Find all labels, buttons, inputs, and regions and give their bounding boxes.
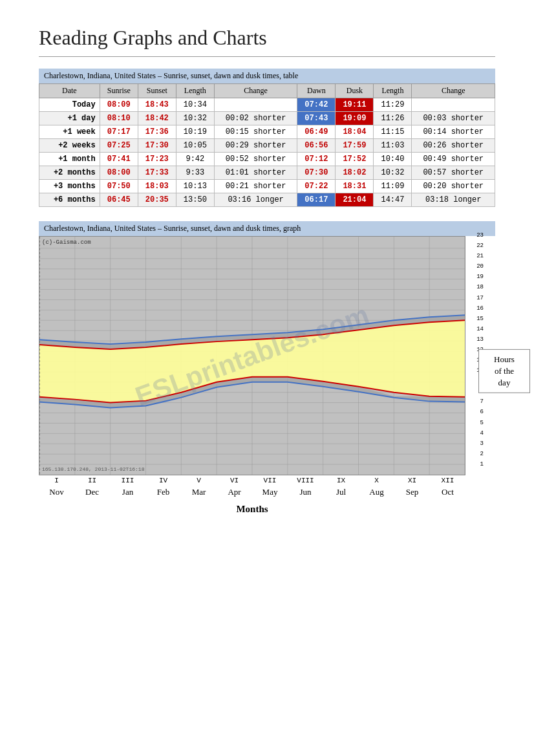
cell-length1: 10:32	[176, 112, 214, 125]
y-label: 7	[480, 398, 484, 405]
table-row: +2 weeks07:2517:3010:0500:29 shorter06:5…	[39, 139, 495, 153]
y-label: 20	[476, 263, 484, 270]
cell-sunrise: 07:41	[100, 153, 138, 166]
y-label: 16	[476, 305, 484, 312]
y-label: 17	[476, 295, 484, 301]
cell-length2: 11:03	[374, 139, 412, 153]
col-date: Date	[39, 84, 100, 98]
cell-change2: 00:20 shorter	[412, 180, 495, 193]
cell-dawn: 07:43	[297, 112, 336, 125]
x-roman-label: VIII	[288, 477, 323, 484]
graph-ip: 165.138.170.248, 2013-11-02T16:18	[42, 466, 144, 472]
cell-length1: 9:42	[176, 153, 214, 166]
cell-dawn: 06:49	[297, 125, 336, 139]
cell-sunrise: 08:00	[100, 166, 138, 180]
row-label: +2 months	[39, 166, 100, 180]
col-dusk: Dusk	[336, 84, 374, 98]
x-roman-label: VI	[217, 477, 252, 484]
cell-dusk: 17:59	[336, 139, 374, 153]
table-row: +1 month07:4117:239:4200:52 shorter07:12…	[39, 153, 495, 166]
col-change1: Change	[214, 84, 297, 98]
cell-change2: 00:14 shorter	[412, 125, 495, 139]
table-row: +2 months08:0017:339:3301:01 shorter07:3…	[39, 166, 495, 180]
row-label: +1 month	[39, 153, 100, 166]
title-divider	[39, 56, 495, 57]
x-axis-roman: IIIIIIIVVVIVIIVIIIIXXXIXII	[39, 475, 465, 484]
x-month-label: Oct	[430, 487, 465, 497]
x-roman-label: III	[110, 477, 145, 484]
cell-dusk: 21:04	[336, 193, 374, 207]
cell-sunset: 17:33	[138, 166, 176, 180]
cell-length2: 11:09	[374, 180, 412, 193]
y-label: 18	[476, 284, 484, 290]
y-label: 6	[480, 409, 484, 415]
cell-dawn: 07:30	[297, 166, 336, 180]
y-label: 5	[480, 420, 484, 426]
cell-change2: 00:03 shorter	[412, 112, 495, 125]
cell-sunset: 18:42	[138, 112, 176, 125]
row-label: +2 weeks	[39, 139, 100, 153]
cell-sunrise: 06:45	[100, 193, 138, 207]
x-roman-label: XI	[394, 477, 430, 484]
cell-dusk: 19:09	[336, 112, 374, 125]
months-axis-label: Months	[39, 504, 465, 515]
cell-length2: 11:26	[374, 112, 412, 125]
y-label: 19	[476, 274, 484, 280]
y-label: 13	[476, 336, 484, 343]
table-row: +1 week07:1717:3610:1900:15 shorter06:49…	[39, 125, 495, 139]
cell-dawn: 07:12	[297, 153, 336, 166]
hours-label: Hoursof theday	[494, 354, 515, 387]
cell-length1: 9:33	[176, 166, 214, 180]
x-month-label: Sep	[394, 487, 430, 497]
y-label: 23	[476, 232, 484, 239]
cell-sunset: 17:23	[138, 153, 176, 166]
x-month-label: Jun	[288, 487, 323, 497]
page-title: Reading Graphs and Charts	[39, 26, 495, 50]
col-length1: Length	[176, 84, 214, 98]
cell-sunrise: 07:50	[100, 180, 138, 193]
y-label: 21	[476, 253, 484, 259]
y-label: 2	[480, 451, 484, 457]
cell-length1: 10:13	[176, 180, 214, 193]
table-row: +3 months07:5018:0310:1300:21 shorter07:…	[39, 180, 495, 193]
cell-length2: 10:40	[374, 153, 412, 166]
col-sunset: Sunset	[138, 84, 176, 98]
cell-sunset: 17:36	[138, 125, 176, 139]
x-month-label: Mar	[181, 487, 217, 497]
col-length2: Length	[374, 84, 412, 98]
cell-change2	[412, 98, 495, 112]
graph-container: (c)-Gaisma.com ESLprintables.com 165.138…	[39, 236, 495, 515]
col-dawn: Dawn	[297, 84, 336, 98]
x-roman-label: XII	[430, 477, 465, 484]
x-roman-label: IV	[145, 477, 181, 484]
x-roman-label: V	[181, 477, 217, 484]
y-label: 4	[480, 430, 484, 437]
col-sunrise: Sunrise	[100, 84, 138, 98]
cell-dawn: 07:42	[297, 98, 336, 112]
y-label: 1	[480, 461, 484, 468]
graph-credit: (c)-Gaisma.com	[42, 239, 91, 246]
cell-length1: 10:19	[176, 125, 214, 139]
cell-change2: 00:26 shorter	[412, 139, 495, 153]
cell-length1: 13:50	[176, 193, 214, 207]
table-row: Today08:0918:4310:3407:4219:1111:29	[39, 98, 495, 112]
table-row: +1 day08:1018:4210:3200:02 shorter07:431…	[39, 112, 495, 125]
row-label: +3 months	[39, 180, 100, 193]
cell-sunset: 18:03	[138, 180, 176, 193]
table-section-header: Charlestown, Indiana, United States – Su…	[39, 69, 495, 83]
row-label: +6 months	[39, 193, 100, 207]
table-header-row: Date Sunrise Sunset Length Change Dawn D…	[39, 84, 495, 98]
x-roman-label: I	[39, 477, 74, 484]
cell-dusk: 18:31	[336, 180, 374, 193]
cell-change1: 00:52 shorter	[214, 153, 297, 166]
table-row: +6 months06:4520:3513:5003:16 longer06:1…	[39, 193, 495, 207]
cell-change1: 00:21 shorter	[214, 180, 297, 193]
cell-change2: 00:57 shorter	[412, 166, 495, 180]
cell-change2: 03:18 longer	[412, 193, 495, 207]
cell-sunrise: 08:09	[100, 98, 138, 112]
cell-sunset: 18:43	[138, 98, 176, 112]
x-roman-label: II	[74, 477, 110, 484]
cell-sunset: 17:30	[138, 139, 176, 153]
cell-sunrise: 07:25	[100, 139, 138, 153]
cell-sunset: 20:35	[138, 193, 176, 207]
